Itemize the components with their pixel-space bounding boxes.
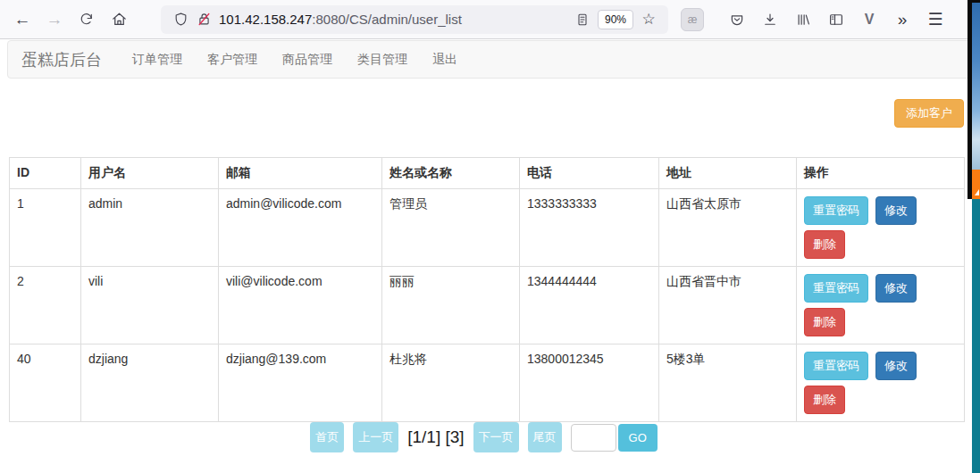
cell-address: 5楼3单 [659,344,797,422]
cell-address: 山西省晋中市 [659,267,797,344]
cell-address: 山西省太原市 [659,189,797,267]
next-page-button[interactable]: 下一页 [473,422,519,452]
url-text[interactable]: 101.42.158.247:8080/CS/admin/user_list [219,12,571,27]
cell-name: 杜兆将 [382,344,520,422]
user-table: ID 用户名 邮箱 姓名或名称 电话 地址 操作 1 admin admin@v… [9,157,965,422]
forward-button[interactable]: → [41,6,68,33]
reload-icon [79,12,95,28]
cell-name: 丽丽 [382,267,520,344]
browser-toolbar: ← → 101.42.158.247:8080/CS/admi [0,0,980,39]
col-header-address: 地址 [659,158,797,189]
reload-button[interactable] [73,6,100,33]
table-row: 2 vili vili@vilicode.com 丽丽 1344444444 山… [10,267,965,344]
cell-actions: 重置密码 修改 删除 [797,267,965,344]
last-page-button[interactable]: 尾页 [528,422,562,452]
cell-email: admin@vilicode.com [219,189,382,267]
home-button[interactable] [105,6,132,33]
zoom-level-indicator[interactable]: 90% [598,10,633,29]
background-window-photo-frame [967,0,980,170]
cell-id: 2 [10,267,81,344]
add-customer-button[interactable]: 添加客户 [894,99,964,128]
cell-username: vili [81,267,219,344]
nav-item-products[interactable]: 商品管理 [274,52,340,68]
insecure-lock-icon[interactable] [192,8,215,31]
nav-item-orders[interactable]: 订单管理 [124,52,190,68]
page-info: [1/1] [3] [407,427,464,447]
site-navbar: 蛋糕店后台 订单管理 客户管理 商品管理 类目管理 退出 [7,40,973,79]
first-page-button[interactable]: 首页 [310,422,344,452]
app-menu-button[interactable]: ☰ [922,6,949,33]
page-number-input[interactable] [571,424,616,452]
pocket-icon [729,12,745,28]
library-button[interactable] [790,6,817,33]
background-window-photo [972,3,980,170]
table-row: 1 admin admin@vilicode.com 管理员 133333333… [10,189,965,267]
reset-password-button[interactable]: 重置密码 [804,274,868,303]
reset-password-button[interactable]: 重置密码 [804,196,868,225]
shield-icon[interactable] [169,8,192,31]
download-icon [762,12,778,28]
pocket-button[interactable] [724,6,750,33]
url-path: :8080/CS/admin/user_list [312,12,462,27]
pagination: 首页 上一页 [1/1] [3] 下一页 尾页 GO [0,422,967,452]
col-header-id: ID [10,158,81,189]
cell-phone: 13800012345 [520,344,659,422]
delete-button[interactable]: 删除 [804,386,845,414]
delete-button[interactable]: 删除 [804,308,845,336]
cell-email: vili@vilicode.com [219,267,382,344]
cell-name: 管理员 [382,189,520,267]
cell-actions: 重置密码 修改 删除 [797,344,965,422]
cell-email: dzjiang@139.com [219,344,382,422]
navbar-brand[interactable]: 蛋糕店后台 [21,49,102,71]
col-header-actions: 操作 [797,158,965,189]
reader-mode-icon[interactable] [571,8,594,31]
page-content: 蛋糕店后台 订单管理 客户管理 商品管理 类目管理 退出 添加客户 ID 用户名… [0,40,980,473]
sidebar-icon [828,12,844,28]
background-window-orange-badge [967,170,980,199]
cell-phone: 1333333333 [520,189,659,267]
sidebar-toggle-button[interactable] [823,6,850,33]
table-header-row: ID 用户名 邮箱 姓名或名称 电话 地址 操作 [10,158,965,189]
overflow-menu-button[interactable]: » [889,6,916,33]
toolbar-right-icons: V » ☰ [724,6,955,33]
background-window-edge [967,0,980,473]
edit-button[interactable]: 修改 [875,196,917,225]
col-header-name: 姓名或名称 [382,158,520,189]
cell-phone: 1344444444 [520,267,659,344]
bookmark-star-icon[interactable]: ☆ [637,8,660,31]
cell-id: 40 [10,344,81,422]
home-icon [111,11,128,28]
edit-button[interactable]: 修改 [875,274,917,303]
cell-actions: 重置密码 修改 删除 [797,189,965,267]
url-host: 101.42.158.247 [219,12,312,27]
cell-id: 1 [10,189,81,267]
v-extension-icon: V [865,12,875,28]
reset-password-button[interactable]: 重置密码 [804,352,868,380]
v-extension-button[interactable]: V [856,6,883,33]
back-button[interactable]: ← [9,6,36,33]
col-header-email: 邮箱 [219,158,382,189]
nav-item-logout[interactable]: 退出 [424,52,465,68]
cell-username: admin [81,189,219,267]
translate-extension-icon[interactable]: æ [681,8,704,31]
nav-item-customers[interactable]: 客户管理 [199,52,265,68]
nav-item-categories[interactable]: 类目管理 [349,52,415,68]
go-button[interactable]: GO [618,424,658,452]
url-bar[interactable]: 101.42.158.247:8080/CS/admin/user_list 9… [161,5,668,34]
cell-username: dzjiang [81,344,219,422]
edit-button[interactable]: 修改 [875,352,917,380]
delete-button[interactable]: 删除 [804,230,845,259]
table-row: 40 dzjiang dzjiang@139.com 杜兆将 138000123… [10,344,965,422]
background-window-teal-strip [972,199,980,473]
downloads-button[interactable] [757,6,783,33]
library-icon [795,12,811,28]
prev-page-button[interactable]: 上一页 [353,422,398,452]
col-header-phone: 电话 [520,158,659,189]
col-header-username: 用户名 [81,158,219,189]
